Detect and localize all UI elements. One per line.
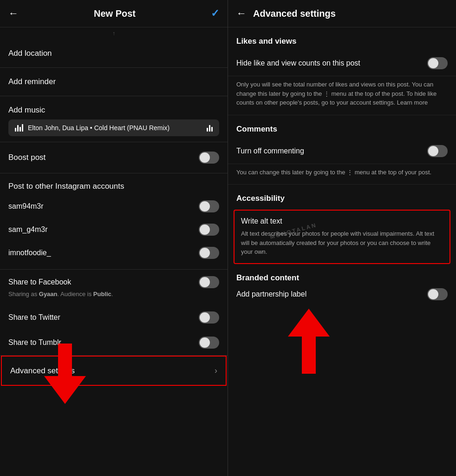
accessibility-header: Accessibility [228, 185, 456, 208]
account-name-3: imnotfoodie_ [8, 249, 51, 257]
share-facebook-label: Share to Facebook [8, 278, 71, 286]
add-music-label[interactable]: Add music [0, 96, 228, 119]
add-location-item[interactable]: Add location [0, 40, 228, 68]
music-track-bar[interactable]: Elton John, Dua Lipa • Cold Heart (PNAU … [8, 119, 219, 136]
chevron-right-icon: › [215, 366, 217, 376]
branded-content-section: Branded content Add partnership label [228, 266, 456, 300]
hide-likes-row[interactable]: Hide like and view counts on this post [228, 51, 456, 76]
account-name-2: sam_g4m3r [8, 225, 47, 234]
confirm-icon[interactable]: ✓ [211, 7, 219, 20]
add-partnership-toggle[interactable] [427, 288, 448, 300]
share-tumblr-toggle[interactable] [199, 337, 219, 349]
boost-post-label: Boost post [8, 153, 46, 162]
accounts-section: Post to other Instagram accounts sam94m3… [0, 173, 228, 270]
comments-description: You can change this later by going to th… [228, 164, 456, 185]
share-facebook-row[interactable]: Share to Facebook Sharing as Gyaan. Audi… [0, 270, 228, 305]
right-header: ← Advanced settings [228, 0, 456, 27]
right-content: Likes and views Hide like and view count… [228, 27, 456, 476]
add-partnership-label: Add partnership label [236, 290, 422, 298]
boost-post-toggle[interactable] [199, 152, 219, 164]
music-bars-icon-right [207, 124, 213, 132]
add-location-label: Add location [8, 49, 52, 58]
share-section: Share to Facebook Sharing as Gyaan. Audi… [0, 270, 228, 356]
new-post-title: New Post [94, 8, 136, 19]
left-content: ↑ Add location Add reminder Add music El… [0, 27, 228, 476]
comments-header: Comments [228, 115, 456, 139]
add-reminder-item[interactable]: Add reminder [0, 68, 228, 96]
music-track-name: Elton John, Dua Lipa • Cold Heart (PNAU … [28, 124, 202, 132]
add-reminder-label: Add reminder [8, 77, 56, 86]
alt-text-box[interactable]: Write alt text Alt text describes your p… [234, 210, 450, 264]
share-twitter-row[interactable]: Share to Twitter [0, 305, 228, 330]
right-panel: ← Advanced settings Likes and views Hide… [228, 0, 456, 476]
account-toggle-1[interactable] [199, 200, 219, 212]
account-toggle-2[interactable] [199, 224, 219, 236]
share-tumblr-label: Share to Tumblr [8, 338, 61, 347]
advanced-settings-label: Advanced settings [10, 366, 75, 376]
turn-off-commenting-toggle[interactable] [427, 145, 448, 157]
left-panel: ← New Post ✓ ↑ Add location Add reminder… [0, 0, 228, 476]
hide-likes-toggle[interactable] [427, 57, 448, 69]
hide-likes-label: Hide like and view counts on this post [236, 59, 422, 67]
account-row-3[interactable]: imnotfoodie_ [0, 241, 228, 264]
music-bars-icon [15, 124, 23, 132]
right-back-icon[interactable]: ← [236, 7, 247, 20]
back-icon[interactable]: ← [8, 7, 19, 20]
branded-content-label: Branded content [236, 273, 448, 283]
share-facebook-sublabel: Sharing as Gyaan. Audience is Public. [8, 290, 219, 298]
scroll-indicator: ↑ [0, 27, 228, 40]
alt-text-description: Alt text describes your photos for peopl… [241, 229, 443, 257]
post-to-accounts-label: Post to other Instagram accounts [0, 173, 228, 195]
likes-views-header: Likes and views [228, 27, 456, 51]
advanced-settings-title: Advanced settings [253, 8, 336, 19]
add-partnership-row[interactable]: Add partnership label [236, 288, 448, 300]
left-header: ← New Post ✓ [0, 0, 228, 27]
share-twitter-label: Share to Twitter [8, 313, 60, 322]
advanced-settings-row[interactable]: Advanced settings › [1, 356, 227, 386]
account-toggle-3[interactable] [199, 247, 219, 259]
hide-likes-description: Only you will see the total number of li… [228, 76, 456, 115]
turn-off-commenting-row[interactable]: Turn off commenting [228, 139, 456, 164]
music-section: Add music Elton John, Dua Lipa • Cold He… [0, 96, 228, 142]
share-tumblr-row[interactable]: Share to Tumblr [0, 330, 228, 355]
share-twitter-toggle[interactable] [199, 311, 219, 324]
account-row-1[interactable]: sam94m3r [0, 195, 228, 218]
boost-post-item[interactable]: Boost post [0, 142, 228, 173]
turn-off-commenting-label: Turn off commenting [236, 147, 422, 155]
share-facebook-toggle[interactable] [199, 276, 219, 288]
write-alt-text-label: Write alt text [241, 217, 443, 225]
account-name-1: sam94m3r [8, 202, 44, 211]
account-row-2[interactable]: sam_g4m3r [0, 218, 228, 241]
